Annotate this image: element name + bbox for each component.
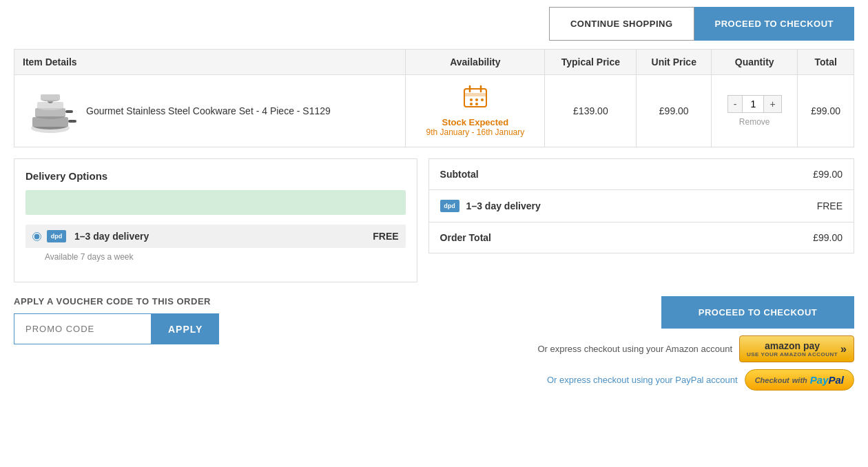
item-image	[23, 83, 78, 138]
stock-expected-label: Stock Expected	[414, 117, 536, 127]
svg-point-17	[475, 98, 478, 101]
delivery-option-name: 1–3 day delivery	[74, 231, 149, 242]
delivery-sub-text: Available 7 days a week	[45, 252, 406, 262]
paypal-express-text: Or express checkout using your PayPal ac…	[547, 375, 738, 385]
svg-point-19	[470, 103, 473, 105]
amazon-arrows-icon: »	[840, 343, 847, 355]
order-total-label: Order Total	[440, 232, 491, 243]
remove-item-link[interactable]: Remove	[739, 117, 770, 127]
col-item-details: Item Details	[14, 50, 406, 75]
calendar-icon	[414, 85, 536, 114]
cookware-image-svg	[25, 85, 76, 137]
quantity-cell: - + Remove	[712, 75, 798, 147]
delivery-summary-name: 1–3 day delivery	[466, 200, 541, 211]
svg-rect-13	[464, 93, 486, 96]
amazon-pay-label: amazon pay	[765, 340, 820, 351]
item-name: Gourmet Stainless Steel Cookware Set - 4…	[86, 105, 331, 116]
paypal-brand-label: PayPal	[810, 374, 844, 386]
summary-total-row: Order Total £99.00	[429, 222, 854, 253]
item-details-cell: Gourmet Stainless Steel Cookware Set - 4…	[14, 75, 406, 147]
paypal-express-line: Or express checkout using your PayPal ac…	[547, 369, 854, 391]
amazon-express-text: Or express checkout using your Amazon ac…	[537, 344, 732, 354]
dpd-icon: dpd	[47, 230, 66, 242]
proceed-checkout-top-button[interactable]: PROCEED TO CHECKOUT	[694, 7, 855, 41]
amazon-pay-button[interactable]: amazon pay USE YOUR AMAZON ACCOUNT »	[739, 335, 854, 362]
amazon-sub-label: USE YOUR AMAZON ACCOUNT	[747, 351, 838, 357]
voucher-section: APPLY A VOUCHER CODE TO THIS ORDER APPLY	[14, 296, 417, 344]
quantity-input[interactable]	[742, 96, 764, 112]
typical-price-cell: £139.00	[545, 75, 637, 147]
svg-rect-11	[41, 94, 60, 100]
order-summary-box: Subtotal £99.00 dpd 1–3 day delivery FRE…	[428, 158, 854, 253]
voucher-form: APPLY	[14, 313, 417, 344]
svg-rect-3	[68, 120, 76, 123]
delivery-option-row: dpd 1–3 day delivery FREE	[25, 225, 406, 248]
delivery-summary-value: FREE	[817, 200, 843, 211]
promo-code-input[interactable]	[14, 313, 152, 344]
quantity-control: - +	[727, 95, 782, 113]
svg-rect-6	[65, 110, 73, 113]
subtotal-value: £99.00	[813, 169, 843, 180]
delivery-summary-label: dpd 1–3 day delivery	[440, 200, 541, 212]
summary-delivery-row: dpd 1–3 day delivery FREE	[429, 190, 854, 222]
quantity-decrease-button[interactable]: -	[728, 96, 743, 112]
svg-point-16	[470, 98, 473, 101]
col-unit-price: Unit Price	[637, 50, 712, 75]
total-cell: £99.00	[798, 75, 854, 147]
unit-price-cell: £99.00	[637, 75, 712, 147]
availability-cell: Stock Expected 9th January - 16th Januar…	[406, 75, 545, 147]
paypal-with-label: with	[792, 376, 807, 384]
delivery-radio[interactable]	[32, 232, 41, 241]
voucher-title: APPLY A VOUCHER CODE TO THIS ORDER	[14, 296, 417, 307]
paypal-button[interactable]: Checkout with PayPal	[745, 369, 854, 391]
col-typical-price: Typical Price	[545, 50, 637, 75]
delivery-title: Delivery Options	[25, 170, 406, 182]
cart-table: Item Details Availability Typical Price …	[14, 49, 854, 147]
summary-subtotal-row: Subtotal £99.00	[429, 159, 854, 190]
top-button-bar: CONTINUE SHOPPING PROCEED TO CHECKOUT	[14, 7, 854, 41]
paypal-checkout-label: Checkout	[755, 376, 789, 384]
checkout-bottom-right: PROCEED TO CHECKOUT Or express checkout …	[428, 296, 854, 391]
delivery-green-bar	[25, 190, 406, 215]
apply-voucher-button[interactable]: APPLY	[152, 313, 219, 344]
voucher-checkout-row: APPLY A VOUCHER CODE TO THIS ORDER APPLY…	[14, 296, 854, 391]
col-availability: Availability	[406, 50, 545, 75]
svg-point-18	[481, 98, 484, 101]
svg-rect-12	[464, 89, 486, 107]
delivery-free-label: FREE	[373, 231, 398, 242]
delivery-options-box: Delivery Options dpd 1–3 day delivery FR…	[14, 158, 417, 282]
bottom-section: Delivery Options dpd 1–3 day delivery FR…	[14, 158, 854, 282]
table-row: Gourmet Stainless Steel Cookware Set - 4…	[14, 75, 854, 147]
stock-dates: 9th January - 16th January	[414, 127, 536, 137]
col-quantity: Quantity	[712, 50, 798, 75]
quantity-increase-button[interactable]: +	[764, 96, 781, 112]
continue-shopping-button[interactable]: CONTINUE SHOPPING	[549, 7, 694, 41]
order-total-value: £99.00	[813, 232, 843, 243]
proceed-checkout-bottom-button[interactable]: PROCEED TO CHECKOUT	[661, 296, 854, 329]
amazon-express-line: Or express checkout using your Amazon ac…	[537, 335, 854, 362]
col-total: Total	[798, 50, 854, 75]
subtotal-label: Subtotal	[440, 169, 479, 180]
dpd-summary-icon: dpd	[440, 200, 459, 212]
svg-point-20	[475, 103, 478, 105]
